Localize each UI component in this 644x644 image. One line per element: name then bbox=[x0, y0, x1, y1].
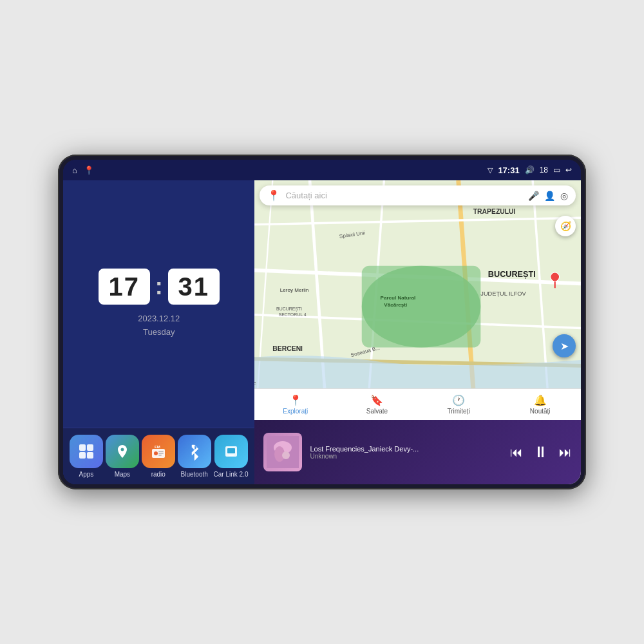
map-pin-icon: 📍 bbox=[267, 189, 280, 202]
clock-display: 17 : 31 bbox=[99, 269, 220, 305]
svg-rect-12 bbox=[229, 455, 234, 456]
svg-text:BERCENI: BERCENI bbox=[273, 345, 303, 352]
bluetooth-label: Bluetooth bbox=[181, 471, 208, 478]
svg-text:TRAPEZULUI: TRAPEZULUI bbox=[473, 208, 516, 215]
svg-text:FM: FM bbox=[155, 445, 160, 449]
music-info: Lost Frequencies_Janieck Devy-... Unknow… bbox=[310, 445, 502, 460]
svg-rect-11 bbox=[227, 448, 235, 453]
back-icon[interactable]: ↩ bbox=[565, 166, 572, 175]
saved-label: Salvate bbox=[366, 408, 388, 415]
signal-icon: ▽ bbox=[488, 166, 493, 175]
radio-icon[interactable]: FM bbox=[142, 435, 175, 468]
battery-icon: ▭ bbox=[553, 166, 560, 175]
clock-date: 2023.12.12 Tuesday bbox=[138, 312, 180, 339]
map-nav-salvate[interactable]: 🔖 Salvate bbox=[336, 392, 418, 417]
app-item-apps[interactable]: Apps bbox=[70, 435, 103, 478]
svg-rect-0 bbox=[79, 444, 86, 451]
svg-text:JUDEȚUL ILFOV: JUDEȚUL ILFOV bbox=[481, 290, 527, 297]
layers-icon[interactable]: ◎ bbox=[560, 191, 568, 201]
map-bottom-nav: 📍 Explorați 🔖 Salvate 🕐 Trimiteți 🔔 Nout… bbox=[254, 388, 581, 420]
svg-point-42 bbox=[282, 451, 290, 459]
map-search-icons: 🎤 👤 ◎ bbox=[528, 191, 568, 201]
mic-icon[interactable]: 🎤 bbox=[528, 191, 539, 201]
svg-rect-8 bbox=[158, 455, 162, 456]
battery-level: 18 bbox=[540, 166, 548, 175]
send-icon: 🕐 bbox=[452, 394, 465, 406]
time-display: 17:31 bbox=[498, 166, 519, 175]
svg-text:Parcul Natural: Parcul Natural bbox=[381, 295, 416, 301]
music-controls: ⏮ ⏸ ⏭ bbox=[510, 443, 572, 461]
svg-text:Văcărești: Văcărești bbox=[384, 302, 408, 308]
app-dock: Apps Maps bbox=[63, 428, 254, 484]
volume-icon: 🔊 bbox=[525, 166, 535, 175]
account-icon[interactable]: 👤 bbox=[544, 191, 555, 201]
news-label: Noutăți bbox=[530, 408, 551, 415]
svg-text:BUCUREȘTI: BUCUREȘTI bbox=[277, 307, 303, 312]
status-right: ▽ 17:31 🔊 18 ▭ ↩ bbox=[488, 166, 572, 175]
carlink-icon[interactable] bbox=[214, 435, 248, 468]
maps-label: Maps bbox=[115, 471, 130, 478]
status-left: ⌂ 📍 bbox=[72, 166, 94, 175]
location-icon[interactable]: 📍 bbox=[84, 166, 94, 175]
radio-label: radio bbox=[151, 471, 166, 478]
next-button[interactable]: ⏭ bbox=[559, 445, 572, 460]
map-background: TRAPEZULUI BUCUREȘTI JUDEȚUL ILFOV BERCE… bbox=[254, 180, 581, 388]
right-panel: TRAPEZULUI BUCUREȘTI JUDEȚUL ILFOV BERCE… bbox=[254, 180, 581, 484]
map-area[interactable]: TRAPEZULUI BUCUREȘTI JUDEȚUL ILFOV BERCE… bbox=[254, 180, 581, 388]
map-search-bar[interactable]: 📍 Căutați aici 🎤 👤 ◎ bbox=[260, 185, 576, 205]
svg-text:BUCUREȘTI: BUCUREȘTI bbox=[488, 270, 536, 279]
svg-text:Leroy Merlin: Leroy Merlin bbox=[280, 287, 308, 293]
explore-label: Explorați bbox=[283, 408, 308, 415]
status-bar: ⌂ 📍 ▽ 17:31 🔊 18 ▭ ↩ bbox=[63, 160, 581, 180]
svg-rect-2 bbox=[79, 452, 86, 459]
clock-colon: : bbox=[155, 273, 163, 300]
maps-icon[interactable] bbox=[106, 435, 139, 468]
news-icon: 🔔 bbox=[534, 394, 547, 406]
saved-icon: 🔖 bbox=[370, 394, 383, 406]
prev-button[interactable]: ⏮ bbox=[510, 445, 523, 460]
clock-minutes: 31 bbox=[168, 269, 220, 305]
clock-hours: 17 bbox=[99, 269, 150, 305]
bluetooth-icon[interactable] bbox=[178, 435, 211, 468]
music-thumbnail bbox=[263, 433, 302, 471]
clock-widget: 17 : 31 2023.12.12 Tuesday bbox=[63, 180, 254, 428]
apps-icon[interactable] bbox=[70, 435, 103, 468]
svg-rect-1 bbox=[87, 444, 93, 451]
app-item-bluetooth[interactable]: Bluetooth bbox=[178, 435, 211, 478]
main-content: 17 : 31 2023.12.12 Tuesday bbox=[63, 180, 581, 484]
device-screen: ⌂ 📍 ▽ 17:31 🔊 18 ▭ ↩ 17 : bbox=[63, 160, 581, 484]
apps-label: Apps bbox=[79, 471, 94, 478]
compass-button[interactable]: 🧭 bbox=[555, 216, 576, 236]
map-nav-noutăți[interactable]: 🔔 Noutăți bbox=[499, 392, 581, 417]
send-label: Trimiteți bbox=[447, 408, 469, 415]
device: ⌂ 📍 ▽ 17:31 🔊 18 ▭ ↩ 17 : bbox=[58, 155, 586, 489]
map-nav-explorați[interactable]: 📍 Explorați bbox=[254, 392, 336, 417]
home-icon[interactable]: ⌂ bbox=[72, 166, 77, 175]
map-nav-trimiteți[interactable]: 🕐 Trimiteți bbox=[418, 392, 500, 417]
left-panel: 17 : 31 2023.12.12 Tuesday bbox=[63, 180, 254, 484]
map-search-placeholder[interactable]: Căutați aici bbox=[285, 191, 523, 200]
svg-text:SECTORUL 4: SECTORUL 4 bbox=[279, 312, 307, 317]
navigate-fab[interactable]: ➤ bbox=[553, 334, 576, 357]
svg-rect-7 bbox=[158, 453, 164, 454]
music-panel: Lost Frequencies_Janieck Devy-... Unknow… bbox=[254, 420, 581, 484]
svg-rect-24 bbox=[362, 266, 481, 348]
svg-rect-3 bbox=[87, 452, 93, 459]
svg-point-37 bbox=[551, 272, 560, 281]
app-item-maps[interactable]: Maps bbox=[106, 435, 139, 478]
play-pause-button[interactable]: ⏸ bbox=[533, 443, 549, 461]
app-item-radio[interactable]: FM radio bbox=[142, 435, 175, 478]
music-artist: Unknown bbox=[310, 453, 502, 460]
svg-rect-6 bbox=[158, 451, 164, 452]
svg-point-5 bbox=[154, 451, 158, 455]
carlink-label: Car Link 2.0 bbox=[214, 471, 249, 478]
explore-icon: 📍 bbox=[289, 394, 302, 406]
music-title: Lost Frequencies_Janieck Devy-... bbox=[310, 445, 502, 453]
app-item-carlink[interactable]: Car Link 2.0 bbox=[214, 435, 249, 478]
